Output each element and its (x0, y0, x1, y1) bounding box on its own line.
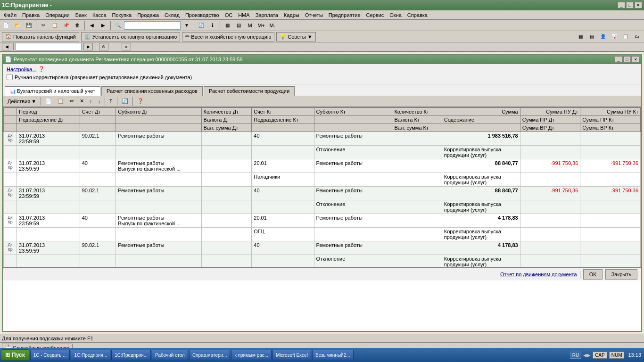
row3s-icon (4, 200, 17, 214)
menu-windows[interactable]: Окна (387, 11, 405, 19)
menu-salary[interactable]: Зарплата (253, 11, 281, 19)
table-row[interactable]: ДкКр 31.07.201323:59:59 40 Ремонтные раб… (4, 214, 641, 228)
tb-open[interactable]: 📂 (12, 21, 23, 30)
tb-info[interactable]: ℹ (207, 21, 218, 30)
task-create[interactable]: 1С - Создать ... (30, 350, 70, 360)
tb-m[interactable]: M (245, 21, 255, 30)
table-row[interactable]: ДкКр 31.07.201323:59:59 90.02.1 Ремонтны… (4, 132, 641, 146)
actions-dropdown[interactable]: Действия ▼ (5, 97, 39, 106)
action-help[interactable]: ❓ (135, 97, 146, 106)
action-down[interactable]: ↓ (96, 97, 103, 106)
table-row[interactable]: ДкКр 31.07.201323:59:59 90.02.1 Ремонтны… (4, 187, 641, 200)
tab-indirect-costs[interactable]: Расчет списания косвенных расходов (101, 86, 203, 96)
menu-service[interactable]: Сервис (363, 11, 387, 19)
tb-save[interactable]: 💾 (24, 21, 34, 30)
task-calc[interactable]: к прямым рас... (231, 350, 272, 360)
clock: 13:13 (628, 352, 641, 358)
tb-cut[interactable]: ✂ (38, 21, 49, 30)
task-1c-1[interactable]: 1С:Предприя... (71, 350, 110, 360)
action-delete[interactable]: ✕ (77, 97, 86, 106)
lang-indicator[interactable]: RU (570, 352, 581, 359)
tb-m-plus[interactable]: M+ (256, 21, 266, 30)
tb-back[interactable]: ◀ (87, 21, 97, 30)
enter-op-btn[interactable]: ✏ Ввести хозяйственную операцию (182, 32, 274, 41)
menu-file[interactable]: Файл (1, 11, 19, 19)
table-row[interactable]: ДкКр 31.07.201323:59:59 40 Ремонтные раб… (4, 159, 641, 173)
search-input[interactable] (124, 21, 181, 30)
table-row[interactable]: ДкКр 31.07.201323:59:59 90.02.1 Ремонтны… (4, 241, 641, 255)
tb-new[interactable]: 📄 (1, 21, 11, 30)
inner-restore-btn[interactable]: □ (623, 56, 631, 63)
addr-go[interactable]: ▶ (83, 43, 93, 50)
tb-r5[interactable]: 📋 (620, 32, 631, 41)
menu-sklad[interactable]: Склад (162, 11, 182, 19)
settings-help[interactable]: ❓ (38, 66, 45, 72)
addr-back[interactable]: ◀ (2, 43, 11, 50)
report-link[interactable]: Отчет по движениям документа (500, 272, 577, 277)
menu-os[interactable]: ОС (222, 11, 236, 19)
tb-r6[interactable]: 🗂 (632, 32, 642, 41)
close-button[interactable]: ✕ (635, 2, 642, 8)
tb-forward[interactable]: ▶ (98, 21, 108, 30)
action-up[interactable]: ↑ (87, 97, 95, 106)
menu-purchase[interactable]: Покупка (109, 11, 135, 19)
menu-help[interactable]: Справка (405, 11, 430, 19)
action-copy[interactable]: 📋 (55, 97, 66, 106)
tb-grid[interactable]: ▦ (222, 21, 232, 30)
row4s-content: Корректировка выпускапродукции (услуг) (442, 228, 520, 241)
row4-kol-dt (201, 214, 252, 228)
row4s-subkonto-kt2 (314, 228, 392, 241)
menu-nma[interactable]: НМА (235, 11, 252, 19)
inner-minimize-btn[interactable]: _ (615, 56, 622, 63)
set-org-btn[interactable]: 🏢 Установить основную организацию (81, 32, 181, 41)
minimize-button[interactable]: _ (618, 2, 625, 8)
tb-del[interactable]: 🗑 (72, 21, 83, 30)
task-word[interactable]: Безымянный2... (312, 350, 354, 360)
show-panel-btn[interactable]: 🏠 Показать панель функций (2, 32, 79, 41)
tb-paste[interactable]: 📌 (61, 21, 71, 30)
tb-r2[interactable]: ▤ (586, 32, 597, 41)
tb-r1[interactable]: ▦ (575, 32, 586, 41)
row5s-period (17, 255, 80, 268)
tb-grid2[interactable]: ▤ (233, 21, 244, 30)
settings-link[interactable]: Настройка... (7, 66, 36, 72)
tb-m-minus[interactable]: M- (267, 21, 278, 30)
menu-bank[interactable]: Банк (73, 11, 90, 19)
tab-cost-price[interactable]: Расчет себестоимости продукции (204, 86, 295, 96)
close-button-footer[interactable]: Закрыть (605, 269, 637, 280)
tb-search[interactable]: 🔍 (113, 21, 123, 30)
action-add[interactable]: 📄 (43, 97, 54, 106)
tab-accounting[interactable]: 📊 Бухгалтерский и налоговый учет (5, 86, 100, 96)
tb-search-go[interactable]: ▼ (182, 21, 192, 30)
addr-home[interactable]: ⊙ (99, 43, 108, 50)
ok-button[interactable]: ОК (583, 269, 603, 280)
menu-sale[interactable]: Продажа (134, 11, 162, 19)
action-sum[interactable]: Σ (107, 97, 115, 106)
menu-edit[interactable]: Правка (19, 11, 42, 19)
maximize-button[interactable]: □ (626, 2, 634, 8)
tb-r3[interactable]: 👤 (598, 32, 608, 41)
task-desktop[interactable]: Рабочий стол (152, 350, 188, 360)
inner-close-btn[interactable]: ✕ (632, 56, 639, 63)
menu-production[interactable]: Производство (182, 11, 222, 19)
menu-reports[interactable]: Отчеты (302, 11, 326, 19)
menu-kassa[interactable]: Касса (90, 11, 109, 19)
manual-correction-checkbox[interactable] (7, 74, 13, 80)
row5-schet-kt: 40 (252, 241, 314, 255)
menu-operations[interactable]: Операции (42, 11, 72, 19)
tips-btn[interactable]: 💡 Советы ▼ (276, 32, 315, 41)
task-sprav[interactable]: Справ.матери... (189, 350, 231, 360)
task-1c-2[interactable]: 1С:Предприя... (111, 350, 151, 360)
menu-hr[interactable]: Кадры (281, 11, 302, 19)
tb-r4[interactable]: 📊 (609, 32, 619, 41)
addr-eq[interactable]: = (122, 43, 131, 50)
start-button[interactable]: ⊞ Пуск (1, 349, 29, 361)
tb-refresh[interactable]: 🔄 (196, 21, 206, 30)
action-edit[interactable]: ✏ (67, 97, 76, 106)
address-input[interactable] (16, 43, 82, 50)
menu-enterprise[interactable]: Предприятие (326, 11, 363, 19)
col-icon-h2 (4, 116, 17, 124)
task-excel[interactable]: Microsoft Excel (272, 350, 311, 360)
tb-copy[interactable]: 📋 (50, 21, 60, 30)
action-refresh[interactable]: 🔄 (119, 97, 131, 106)
